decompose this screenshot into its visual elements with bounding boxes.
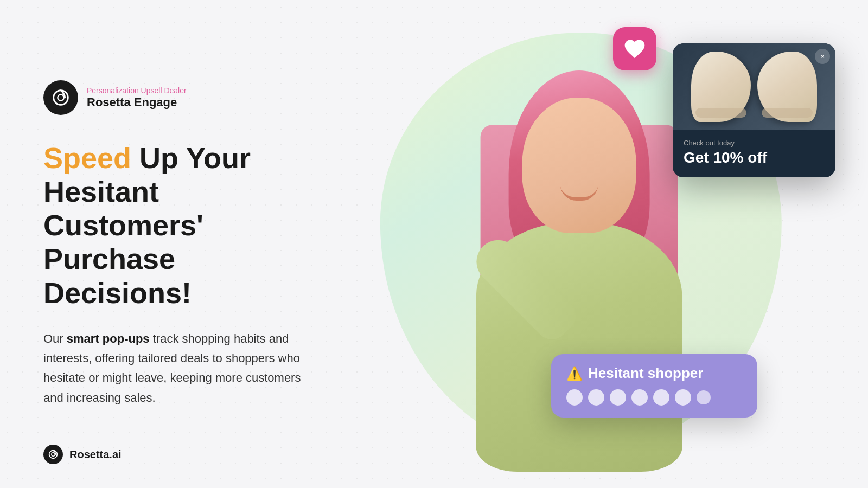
discount-popup-card[interactable]: Check out today Get 10% off ×: [673, 43, 835, 177]
close-button[interactable]: ×: [815, 49, 830, 64]
right-panel: Check out today Get 10% off × ⚠️ Hesitan…: [358, 0, 868, 488]
left-panel: Personalization Upsell Dealer Rosetta En…: [0, 0, 358, 488]
dot-2: [588, 389, 604, 406]
dot-3: [610, 389, 626, 406]
discount-card-text-block: Check out today Get 10% off: [673, 130, 835, 177]
badge-title: ⚠️ Hesitant shopper: [566, 365, 742, 382]
hesitant-shopper-badge: ⚠️ Hesitant shopper: [551, 354, 757, 418]
dot-1: [566, 389, 583, 406]
svg-point-3: [52, 453, 55, 456]
logo-title: Rosetta Engage: [87, 95, 187, 110]
footer-logo: Rosetta.ai: [43, 445, 122, 464]
dot-6: [675, 389, 691, 406]
dot-5: [653, 389, 669, 406]
heart-button[interactable]: [613, 27, 656, 70]
page-container: Personalization Upsell Dealer Rosetta En…: [0, 0, 868, 488]
logo-section: Personalization Upsell Dealer Rosetta En…: [43, 80, 315, 115]
dot-4: [631, 389, 648, 406]
person-smile: [560, 184, 598, 201]
main-headline: Speed Up Your Hesitant Customers' Purcha…: [43, 141, 315, 309]
svg-point-1: [58, 94, 63, 100]
discount-check-out-label: Check out today: [684, 139, 825, 147]
body-bold: smart pop-ups: [67, 332, 150, 345]
logo-text: Personalization Upsell Dealer Rosetta En…: [87, 86, 187, 110]
footer-logo-icon: [43, 445, 63, 464]
shoe-left-icon: [691, 52, 751, 122]
logo-subtitle: Personalization Upsell Dealer: [87, 86, 187, 95]
person-face: [522, 98, 636, 233]
dot-7: [697, 390, 711, 404]
hesitant-label: Hesitant shopper: [588, 365, 703, 382]
shoe-right-icon: [757, 52, 817, 122]
body-description: Our smart pop-ups track shopping habits …: [43, 329, 315, 408]
body-intro: Our: [43, 332, 67, 345]
heart-icon: [623, 37, 647, 61]
svg-point-0: [54, 91, 68, 105]
discount-offer-label: Get 10% off: [684, 149, 825, 166]
headline-speed: Speed: [43, 142, 131, 174]
discount-card-image: [673, 43, 835, 130]
brand-logo-icon: [43, 80, 78, 115]
badge-dots-row: [566, 389, 742, 406]
footer-brand-name: Rosetta.ai: [69, 448, 122, 461]
warning-icon: ⚠️: [566, 366, 583, 381]
